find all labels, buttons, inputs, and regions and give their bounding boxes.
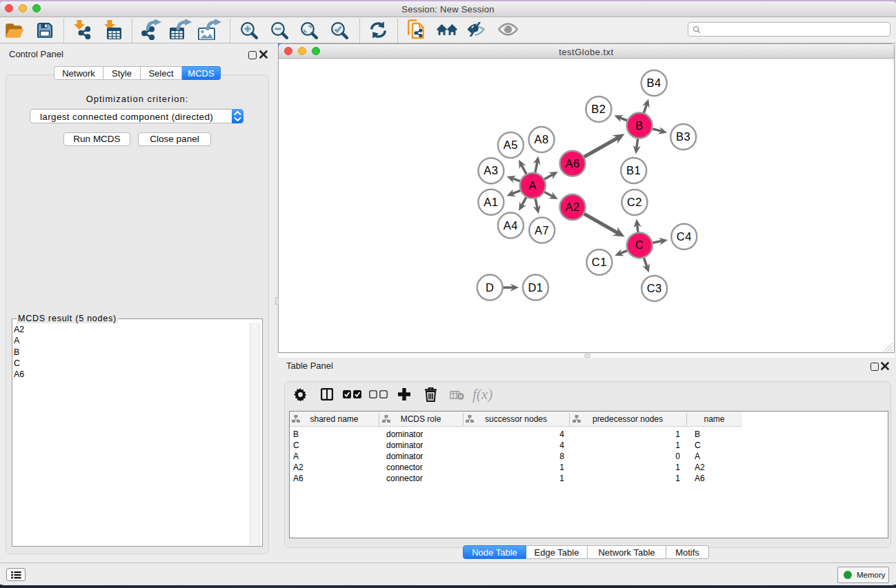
- svg-text:C3: C3: [647, 282, 662, 294]
- svg-text:C: C: [635, 239, 644, 251]
- svg-text:C1: C1: [592, 256, 607, 268]
- svg-text:A7: A7: [535, 224, 549, 236]
- svg-text:A6: A6: [566, 157, 580, 170]
- svg-text:B4: B4: [647, 77, 661, 89]
- svg-text:C4: C4: [677, 230, 692, 243]
- svg-text:B1: B1: [626, 164, 641, 176]
- svg-text:A4: A4: [504, 219, 518, 232]
- svg-text:B: B: [635, 119, 644, 132]
- svg-text:A3: A3: [484, 164, 498, 176]
- svg-text:A2: A2: [566, 201, 580, 213]
- svg-text:A8: A8: [535, 133, 549, 145]
- svg-text:A5: A5: [504, 139, 518, 151]
- svg-text:A: A: [529, 179, 537, 192]
- svg-text:B3: B3: [676, 130, 690, 143]
- svg-text:A1: A1: [484, 196, 498, 208]
- svg-text:D1: D1: [528, 281, 543, 294]
- svg-text:C2: C2: [627, 196, 642, 208]
- svg-text:B2: B2: [591, 103, 606, 115]
- svg-text:D: D: [486, 281, 494, 294]
